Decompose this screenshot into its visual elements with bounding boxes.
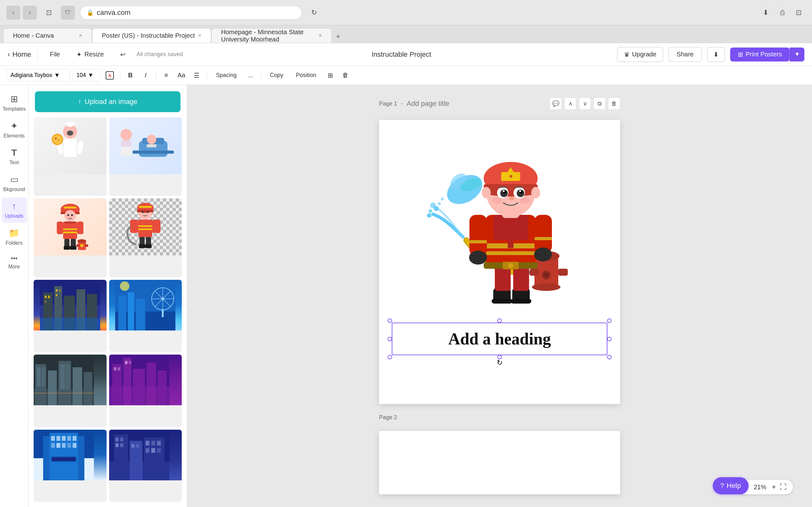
handle-bottom-left[interactable] bbox=[388, 355, 392, 359]
file-button[interactable]: File bbox=[44, 48, 66, 61]
text-size-button[interactable]: Aa bbox=[175, 69, 188, 82]
page-dash: - bbox=[401, 101, 403, 107]
delete-button[interactable]: 🗑 bbox=[339, 69, 352, 82]
list-button[interactable]: ☰ bbox=[190, 69, 203, 82]
image-thumb-hotel1[interactable] bbox=[34, 430, 107, 502]
svg-rect-165 bbox=[469, 215, 487, 256]
share-button[interactable]: Share bbox=[668, 47, 702, 62]
page-delete-button[interactable]: 🗑 bbox=[608, 98, 620, 110]
sidebar-item-folders[interactable]: 📁 Folders bbox=[2, 224, 27, 250]
svg-rect-122 bbox=[53, 458, 75, 461]
page-comment-button[interactable]: 💬 bbox=[550, 98, 562, 110]
image-thumb-city1[interactable] bbox=[34, 280, 107, 352]
image-thumb-city2[interactable] bbox=[109, 280, 182, 352]
bold-button[interactable]: B bbox=[124, 69, 137, 82]
hide-panel-button[interactable]: ‹ bbox=[182, 286, 187, 305]
page-down-button[interactable]: ∨ bbox=[579, 98, 591, 110]
tab-poster-close[interactable]: × bbox=[198, 32, 201, 39]
sidebar-toggle[interactable]: ⊡ bbox=[42, 6, 56, 20]
handle-bottom-right[interactable] bbox=[607, 355, 612, 359]
image-thumb-chef[interactable] bbox=[34, 117, 107, 196]
fullscreen-button[interactable]: ⛶ bbox=[780, 483, 786, 491]
svg-rect-102 bbox=[158, 371, 166, 405]
handle-top-left[interactable] bbox=[388, 319, 392, 323]
image-thumb-dentist[interactable] bbox=[109, 117, 182, 196]
sidebar-item-uploads[interactable]: ↑ Uploads bbox=[2, 198, 27, 223]
tab-homepage-close[interactable]: × bbox=[318, 32, 322, 39]
download-icon: ⬇ bbox=[713, 51, 719, 58]
image-thumb-fireman2[interactable] bbox=[109, 199, 182, 277]
svg-point-194 bbox=[428, 209, 432, 213]
italic-button[interactable]: I bbox=[139, 69, 152, 82]
svg-point-187 bbox=[519, 190, 521, 192]
forward-button[interactable]: › bbox=[23, 6, 37, 20]
svg-rect-22 bbox=[64, 207, 77, 209]
zoom-in-button[interactable]: + bbox=[772, 483, 776, 491]
more-options-button[interactable]: ... bbox=[244, 69, 257, 82]
sidebar-item-templates[interactable]: ⊞ Templates bbox=[2, 90, 27, 116]
back-button[interactable]: ‹ bbox=[6, 6, 20, 20]
font-size-selector[interactable]: 104 ▼ bbox=[72, 69, 101, 81]
tab-home[interactable]: Home - Canva × bbox=[3, 28, 92, 43]
address-bar[interactable]: 🔒 canva.com bbox=[80, 6, 302, 20]
sidebar-item-more[interactable]: ••• More bbox=[2, 251, 27, 274]
sidebar-item-text[interactable]: T Text bbox=[2, 144, 27, 169]
help-button[interactable]: ? Help bbox=[713, 477, 749, 494]
upload-btn-label: Upload an image bbox=[85, 98, 137, 106]
upgrade-button[interactable]: ♛ Upgrade bbox=[617, 47, 664, 62]
page-up-button[interactable]: ∧ bbox=[564, 98, 576, 110]
svg-point-196 bbox=[430, 203, 436, 208]
font-size-value: 104 bbox=[77, 72, 86, 78]
print-button[interactable]: ⊞ Print Posters bbox=[730, 48, 790, 61]
handle-top-mid[interactable] bbox=[497, 319, 502, 323]
tab-homepage-label: Homepage - Minnesota State University Mo… bbox=[221, 29, 315, 43]
print-group: ⊞ Print Posters ▼ bbox=[730, 48, 804, 61]
browser-actions: ⬇ ⎙ ⊡ bbox=[759, 6, 806, 20]
copy-button[interactable]: Copy bbox=[265, 69, 288, 81]
grid-button[interactable]: ⊞ bbox=[324, 69, 337, 82]
align-button[interactable]: ≡ bbox=[160, 69, 172, 82]
tab-homepage[interactable]: Homepage - Minnesota State University Mo… bbox=[211, 28, 332, 43]
tab-home-close[interactable]: × bbox=[79, 32, 82, 39]
print-expand-button[interactable]: ▼ bbox=[790, 48, 804, 61]
browser-menu-button[interactable]: ⊡ bbox=[792, 6, 806, 20]
image-thumb-fireman1[interactable] bbox=[34, 199, 107, 277]
image-thumb-hotel2[interactable] bbox=[109, 430, 182, 502]
download-indicator[interactable]: ⬇ bbox=[759, 6, 773, 20]
svg-rect-48 bbox=[138, 220, 152, 237]
image-thumb-city4[interactable] bbox=[109, 354, 182, 427]
home-button[interactable]: ‹ Home bbox=[8, 50, 31, 59]
download-button[interactable]: ⬇ bbox=[707, 47, 725, 62]
svg-rect-116 bbox=[51, 443, 55, 448]
refresh-button[interactable]: ↻ bbox=[307, 6, 321, 20]
extensions-button[interactable]: 🛡 bbox=[61, 6, 75, 20]
svg-rect-104 bbox=[118, 367, 120, 371]
sidebar-item-elements[interactable]: ✦ Elements bbox=[2, 117, 27, 143]
upload-image-button[interactable]: ↑ Upload an image bbox=[35, 91, 181, 112]
resize-button[interactable]: ✦ Resize bbox=[71, 48, 109, 61]
heading-container[interactable]: Add a heading ↻ bbox=[392, 323, 607, 355]
spacing-button[interactable]: Spacing bbox=[211, 69, 242, 81]
new-tab-button[interactable]: + bbox=[332, 30, 345, 43]
share-page-button[interactable]: ⎙ bbox=[775, 6, 789, 20]
handle-mid-right[interactable] bbox=[607, 337, 612, 341]
design-canvas-page2[interactable] bbox=[379, 431, 620, 494]
position-button[interactable]: Position bbox=[291, 69, 321, 81]
svg-rect-133 bbox=[136, 444, 139, 448]
font-selector[interactable]: Adigiana Toybox ▼ bbox=[6, 69, 70, 81]
page1-title-input[interactable] bbox=[407, 100, 494, 108]
page-duplicate-button[interactable]: ⧉ bbox=[594, 98, 606, 110]
image-thumb-city3[interactable] bbox=[34, 354, 107, 427]
handle-mid-left[interactable] bbox=[388, 337, 392, 341]
tab-poster[interactable]: Poster (US) - Instructable Project × bbox=[92, 28, 211, 43]
rotate-handle[interactable]: ↻ bbox=[495, 358, 504, 367]
sidebar-item-background[interactable]: ▭ Bkground bbox=[2, 170, 27, 196]
design-canvas-page1[interactable]: ★ bbox=[379, 120, 620, 404]
heading-text[interactable]: Add a heading bbox=[405, 330, 594, 348]
svg-rect-139 bbox=[157, 448, 161, 453]
text-color-button[interactable] bbox=[103, 69, 116, 82]
undo-button[interactable]: ↩ bbox=[114, 48, 131, 61]
handle-top-right[interactable] bbox=[607, 319, 612, 323]
page-header-actions: 💬 ∧ ∨ ⧉ 🗑 bbox=[550, 98, 620, 110]
saved-status: All changes saved bbox=[136, 51, 183, 58]
